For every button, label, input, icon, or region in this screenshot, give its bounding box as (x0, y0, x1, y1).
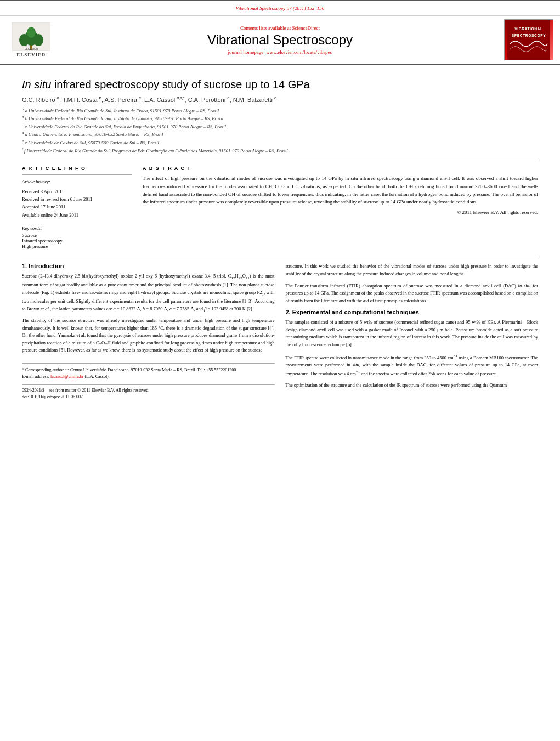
abstract-text: The effect of high pressure on the vibra… (143, 174, 538, 206)
affiliation-f: f f Universidade Federal do Rio Grande d… (22, 146, 538, 155)
article-title: In situ infrared spectroscopy study of s… (22, 78, 538, 91)
sciencedirect-line: Contents lists available at ScienceDirec… (56, 25, 504, 31)
affiliations: a a Universidade Federal do Rio Grande d… (22, 106, 538, 154)
received-revised-date: Received in revised form 6 June 2011 (22, 195, 132, 203)
elsevier-logo: ELSEVIER ELSEVIER (7, 22, 56, 58)
journal-homepage: journal homepage: www.elsevier.com/locat… (56, 49, 504, 55)
title-rest: infrared spectroscopy study of sucrose u… (51, 78, 309, 90)
history-label: Article history: (22, 178, 132, 185)
experimental-para-1: The samples consisted of a mixture of 5 … (286, 319, 539, 348)
keyword-1: Sucrose (22, 233, 132, 238)
homepage-link: www.elsevier.com/locate/vibspec (266, 49, 332, 55)
experimental-heading: 2. Experimental and computational techni… (286, 309, 539, 315)
keyword-2: Infrared spectroscopy (22, 238, 132, 244)
elsevier-text: ELSEVIER (16, 52, 46, 58)
available-online-date: Available online 24 June 2011 (22, 211, 132, 219)
journal-ref: Vibrational Spectroscopy 57 (2011) 152–1… (0, 5, 560, 11)
body-left-col: 1. Introduction Sucrose (2–[3,4-dihydrox… (22, 263, 275, 400)
affiliation-d: d d Centro Universitário Franciscano, 97… (22, 130, 538, 138)
keywords-label: Keywords: (22, 225, 132, 231)
page: Vibrational Spectroscopy 57 (2011) 152–1… (0, 0, 560, 741)
received-date: Received 3 April 2011 (22, 188, 132, 195)
right-intro-para-2: The Fourier-transform infrared (FTIR) ab… (286, 282, 539, 305)
affiliation-a: a a Universidade Federal do Rio Grande d… (22, 106, 538, 115)
footer-copyright: 0924-2031/$ – see front matter © 2011 El… (22, 387, 275, 394)
journal-center: Contents lists available at ScienceDirec… (56, 25, 504, 55)
intro-heading: 1. Introduction (22, 263, 275, 269)
sciencedirect-label: Contents lists available at (240, 25, 291, 31)
vibrational-logo-icon: VIBRATIONAL SPECTROSCOPY (507, 20, 551, 60)
article-history: Article history: Received 3 April 2011 R… (22, 174, 132, 219)
experimental-para-2: The FTIR spectra were collected in trans… (286, 353, 539, 377)
title-italic: In situ (22, 78, 51, 90)
authors-line: G.C. Ribeiro a, T.M.H. Costa b, A.S. Per… (22, 95, 538, 103)
svg-point-5 (27, 27, 36, 38)
body-section: 1. Introduction Sucrose (2–[3,4-dihydrox… (22, 257, 538, 400)
svg-point-3 (19, 34, 29, 46)
email-name: (L.A. Cassol). (84, 374, 109, 379)
abstract-copyright: © 2011 Elsevier B.V. All rights reserved… (143, 210, 538, 215)
homepage-label: journal homepage: (228, 49, 265, 55)
info-abstract-section: A R T I C L E I N F O Article history: R… (22, 160, 538, 249)
accepted-date: Accepted 17 June 2011 (22, 203, 132, 211)
email-note: E-mail address: lacassol@unifra.br (L.A.… (22, 374, 275, 380)
svg-text:SPECTROSCOPY: SPECTROSCOPY (512, 33, 546, 37)
affiliation-b: b b Universidade Federal do Rio Grande d… (22, 114, 538, 122)
svg-text:ELSEVIER: ELSEVIER (25, 47, 38, 50)
journal-header: Vibrational Spectroscopy 57 (2011) 152–1… (0, 1, 560, 16)
intro-para-2: The stability of the sucrose structure w… (22, 317, 275, 354)
svg-point-4 (33, 34, 43, 46)
intro-para-1: Sucrose (2–[3,4-dihydroxy-2,5-bis(hydrox… (22, 273, 275, 313)
svg-text:VIBRATIONAL: VIBRATIONAL (514, 27, 542, 31)
abstract-col: A B S T R A C T The effect of high press… (143, 166, 538, 249)
corresponding-author-note: * Corresponding author at: Centro Univer… (22, 367, 275, 374)
affiliation-e: e e Universidade de Caxias do Sul, 95070… (22, 138, 538, 146)
journal-banner: ELSEVIER ELSEVIER Contents lists availab… (0, 16, 560, 65)
email-value: lacassol@unifra.br (50, 374, 83, 379)
footer-doi: doi:10.1016/j.vibspec.2011.06.007 (22, 394, 275, 400)
abstract-body: The effect of high pressure on the vibra… (143, 176, 538, 205)
affiliation-c: c c Universidade Federal do Rio Grande d… (22, 122, 538, 131)
keywords-section: Keywords: Sucrose Infrared spectroscopy … (22, 225, 132, 249)
journal-logo-right: VIBRATIONAL SPECTROSCOPY (504, 19, 553, 60)
elsevier-tree-icon: ELSEVIER (12, 22, 50, 51)
body-right-col: structure. In this work we studied the b… (286, 263, 539, 400)
article-info-col: A R T I C L E I N F O Article history: R… (22, 166, 132, 249)
abstract-label: A B S T R A C T (143, 166, 538, 171)
email-label: E-mail address: (22, 374, 49, 379)
main-content: In situ infrared spectroscopy study of s… (0, 65, 560, 408)
the-text: The (286, 382, 293, 388)
corresponding-author-text: * Corresponding author at: Centro Univer… (22, 367, 237, 372)
sciencedirect-link-text: ScienceDirect (292, 25, 320, 31)
journal-title: Vibrational Spectroscopy (56, 32, 504, 48)
keyword-3: High pressure (22, 244, 132, 249)
article-info-label: A R T I C L E I N F O (22, 166, 132, 171)
right-intro-para-1: structure. In this work we studied the b… (286, 263, 539, 278)
svg-rect-7 (507, 20, 550, 60)
footer-section: * Corresponding author at: Centro Univer… (22, 363, 275, 400)
experimental-para-3: The optimization of the structure and th… (286, 382, 539, 389)
